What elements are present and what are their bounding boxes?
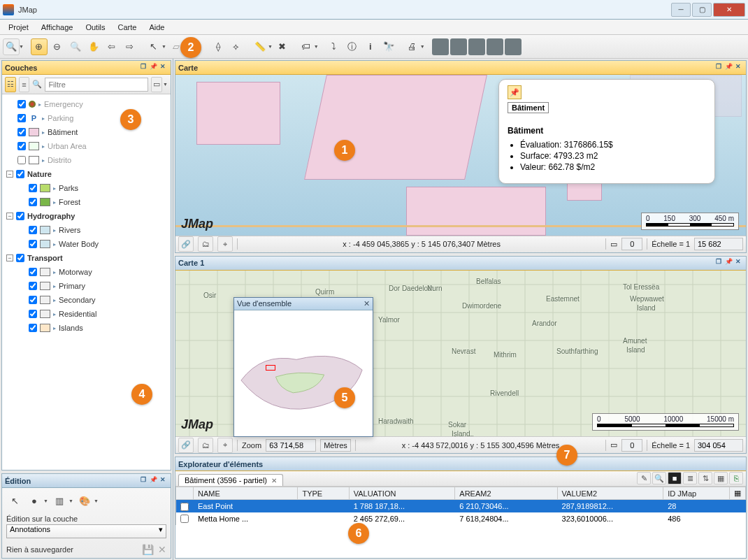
- panel-close-icon[interactable]: ✕: [158, 476, 168, 486]
- layer-row[interactable]: ▸ Urban Area: [3, 139, 169, 153]
- overview-close-icon[interactable]: ✕: [364, 299, 370, 308]
- layer-row[interactable]: ▸ Parks: [3, 181, 169, 195]
- pin-icon[interactable]: 📌: [508, 85, 522, 99]
- sb-layers-icon[interactable]: 🗂: [198, 236, 213, 252]
- overview-extent-rect[interactable]: [266, 365, 275, 371]
- layer-checkbox[interactable]: [16, 212, 24, 220]
- panel-restore-icon[interactable]: ❐: [714, 63, 724, 73]
- identify-icon[interactable]: ⓘ: [344, 38, 361, 55]
- ed-cancel-icon[interactable]: ✕: [158, 544, 166, 555]
- ed-point-icon[interactable]: ↖: [6, 492, 23, 509]
- layer-checkbox[interactable]: [29, 324, 37, 332]
- exp-search-icon[interactable]: 🔍: [652, 472, 666, 484]
- maximize-button[interactable]: ▢: [692, 3, 712, 17]
- layer-checkbox[interactable]: [17, 128, 26, 136]
- layer-checkbox[interactable]: [16, 254, 24, 262]
- map2-zoom-input[interactable]: [266, 439, 316, 452]
- explorer-tab[interactable]: Bâtiment (3596 - partiel) ✕: [178, 474, 283, 486]
- layer-checkbox[interactable]: [29, 268, 37, 276]
- panel-close-icon[interactable]: ✕: [158, 63, 168, 73]
- layer-row[interactable]: ▸ Residential: [3, 307, 169, 321]
- pan-left-icon[interactable]: ⇦: [103, 38, 120, 55]
- label-icon[interactable]: 🏷: [298, 38, 315, 55]
- table-row[interactable]: East Point1 788 187,18...6 210,73046...2…: [176, 500, 746, 512]
- map2-zoom-unit[interactable]: Mètres: [320, 439, 351, 452]
- sb-link-icon[interactable]: 🔗: [178, 438, 194, 453]
- panel-pin-icon[interactable]: 📌: [724, 63, 733, 73]
- sb-link-icon[interactable]: 🔗: [178, 236, 194, 252]
- exp-list-icon[interactable]: ≣: [683, 472, 697, 484]
- menu-affichage[interactable]: Affichage: [36, 22, 79, 33]
- print-icon[interactable]: 🖨: [404, 38, 421, 55]
- select-arrow-icon[interactable]: ↖: [145, 38, 162, 55]
- map1-header[interactable]: Carte ❐ 📌 ✕: [175, 61, 746, 75]
- panel-pin-icon[interactable]: 📌: [724, 258, 733, 268]
- snap2-icon[interactable]: ⟠: [210, 38, 226, 55]
- layers-panel-header[interactable]: Couches ❐ 📌 ✕: [2, 61, 171, 75]
- menu-carte[interactable]: Carte: [113, 22, 143, 33]
- layer-row[interactable]: ▸ Rivers: [3, 223, 169, 237]
- layer-checkbox[interactable]: [29, 184, 37, 192]
- pan-icon[interactable]: ✋: [85, 38, 102, 55]
- layer-row[interactable]: ▸ Motorway: [3, 265, 169, 279]
- layer-checkbox[interactable]: [29, 282, 37, 290]
- layers-filter-input[interactable]: [45, 78, 148, 92]
- layer-checkbox[interactable]: [29, 240, 37, 248]
- exp-dark-icon[interactable]: ■: [668, 472, 682, 484]
- explorer-table[interactable]: NAMETYPEVALUATIONAREAM2VALUEM2ID JMap▦ E…: [175, 487, 746, 525]
- zoom-out-icon[interactable]: ⊖: [49, 38, 66, 55]
- info2-icon[interactable]: i: [362, 38, 379, 55]
- map2-header[interactable]: Carte 1 ❐ 📌 ✕: [175, 257, 746, 271]
- ed-paint-icon[interactable]: 🎨: [76, 492, 93, 509]
- column-header[interactable]: TYPE: [298, 487, 349, 500]
- sb-target-icon[interactable]: ⌖: [217, 438, 233, 453]
- row-checkbox[interactable]: [180, 503, 189, 511]
- layers-sel-icon[interactable]: ▭: [151, 77, 162, 92]
- window-tile4-icon[interactable]: [487, 38, 503, 55]
- overview-body[interactable]: [234, 310, 373, 436]
- layer-row[interactable]: ▸ Forest: [3, 195, 169, 209]
- column-header[interactable]: VALUATION: [349, 487, 455, 500]
- layers-tree-icon[interactable]: ☷: [5, 77, 16, 92]
- edition-layer-select[interactable]: Annotations ▾: [6, 524, 166, 538]
- sb-target-icon[interactable]: ⌖: [217, 236, 233, 252]
- panel-restore-icon[interactable]: ❐: [138, 63, 148, 73]
- map1-view[interactable]: JMap 📌 Bâtiment Bâtiment Évaluation: 317…: [175, 75, 746, 236]
- layer-row[interactable]: − Transport: [3, 251, 169, 265]
- panel-restore-icon[interactable]: ❐: [714, 258, 724, 268]
- explorer-header[interactable]: Explorateur d'éléments: [175, 457, 746, 471]
- menu-projet[interactable]: Projet: [3, 22, 34, 33]
- menu-outils[interactable]: Outils: [80, 22, 110, 33]
- exp-grid-icon[interactable]: ▦: [714, 472, 728, 484]
- exp-edit-icon[interactable]: ✎: [637, 472, 651, 484]
- column-header[interactable]: ID JMap: [663, 487, 730, 500]
- measure-line-icon[interactable]: 📏: [252, 38, 268, 55]
- column-header[interactable]: VALUEM2: [557, 487, 663, 500]
- row-checkbox[interactable]: [180, 515, 189, 523]
- panel-pin-icon[interactable]: 📌: [148, 63, 158, 73]
- sb-layers-icon[interactable]: 🗂: [198, 438, 213, 453]
- layer-checkbox[interactable]: [29, 310, 37, 318]
- layer-checkbox[interactable]: [29, 296, 37, 304]
- layer-row[interactable]: ▸ Emergency: [3, 97, 169, 111]
- exp-export-icon[interactable]: ⎘: [729, 472, 743, 484]
- layer-checkbox[interactable]: [17, 114, 26, 122]
- layer-checkbox[interactable]: [17, 156, 26, 164]
- layer-row[interactable]: − Nature: [3, 167, 169, 181]
- layer-checkbox[interactable]: [29, 226, 37, 234]
- layer-row[interactable]: ▸ Primary: [3, 279, 169, 293]
- layer-row[interactable]: ▸ Islands: [3, 321, 169, 335]
- layer-checkbox[interactable]: [29, 198, 37, 206]
- ed-circle-icon[interactable]: ●: [26, 492, 43, 509]
- zoom-extent-icon[interactable]: 🔍: [3, 38, 20, 55]
- layer-checkbox[interactable]: [16, 170, 24, 178]
- snap3-icon[interactable]: ⟡: [228, 38, 245, 55]
- layer-row[interactable]: ▸ Distrito: [3, 153, 169, 167]
- zoom-in-icon[interactable]: ⊕: [31, 38, 48, 55]
- ed-save-icon[interactable]: 💾: [142, 544, 154, 555]
- layer-checkbox[interactable]: [17, 100, 26, 108]
- column-header[interactable]: NAME: [194, 487, 298, 500]
- expander-icon[interactable]: −: [6, 213, 13, 220]
- exp-sort-icon[interactable]: ⇅: [698, 472, 712, 484]
- panel-close-icon[interactable]: ✕: [733, 258, 743, 268]
